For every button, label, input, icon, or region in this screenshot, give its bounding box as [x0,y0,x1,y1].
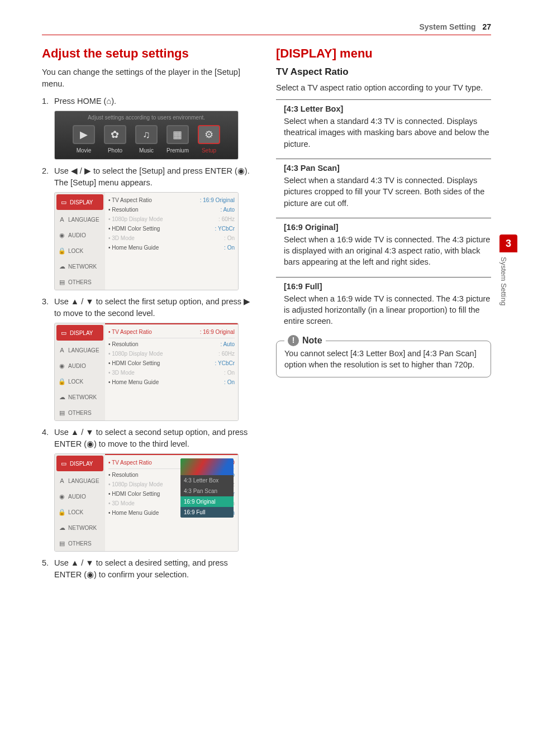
left-column: Adjust the setup settings You can change… [42,46,257,584]
header-section: System Setting [419,22,475,31]
audio-icon: ◉ [58,231,66,239]
shot1-banner: Adjust settings according to users envir… [55,111,238,125]
popup-item: 4:3 Pan Scan [180,486,234,496]
side-tab: 3 System Setting [499,235,517,324]
step-5-number: 5. [42,557,54,581]
screenshot-setup-menu: ▭DISPLAY ALANGUAGE ◉AUDIO 🔒LOCK ☁NETWORK… [54,192,239,290]
shot4-sidebar: ▭DISPLAY ALANGUAGE ◉AUDIO 🔒LOCK ☁NETWORK… [55,454,105,551]
sidebar-item-others: ▤OTHERS [55,535,105,551]
movie-icon: ▶ [73,125,95,144]
shot1-item-premium: ▦Premium [166,125,189,154]
audio-icon: ◉ [58,362,66,370]
others-icon: ▤ [58,278,66,286]
sidebar-item-display: ▭DISPLAY [56,456,103,471]
sidebar-item-display: ▭DISPLAY [56,194,103,210]
others-icon: ▤ [58,539,66,547]
sidebar-item-network: ☁NETWORK [55,389,105,405]
step-2: 2. Use ◀ / ▶ to select the [Setup] and p… [42,165,257,189]
audio-icon: ◉ [58,492,66,500]
step-3-number: 3. [42,296,54,319]
left-intro: You can change the settings of the playe… [42,66,257,90]
sidebar-item-lock: 🔒LOCK [55,504,105,520]
step-2-text: Use ◀ / ▶ to select the [Setup] and pres… [54,165,257,189]
popup-preview-image [180,458,234,475]
language-icon: A [58,216,66,223]
display-icon: ▭ [60,460,68,467]
enter-icon: ◉ [237,166,245,175]
popup-item: 16:9 Full [180,507,234,518]
step-3-text: Use ▲ / ▼ to select the first setup opti… [54,296,257,319]
right-column: [DISPLAY] menu TV Aspect Ratio Select a … [276,46,491,584]
sidebar-item-audio: ◉AUDIO [55,358,105,374]
step-5-text: Use ▲ / ▼ to select a desired setting, a… [54,557,257,581]
shot1-item-photo: ✿Photo [104,125,126,154]
option-title: [16:9 Original] [284,223,491,232]
home-icon: ⌂ [106,97,111,106]
left-heading: Adjust the setup settings [42,46,257,61]
option-169-original: [16:9 Original] Select when a 16:9 wide … [276,218,491,274]
option-desc: Select when a standard 4:3 TV is connect… [284,175,491,209]
step-1-number: 1. [42,95,54,107]
network-icon: ☁ [58,393,66,401]
lock-icon: 🔒 [58,377,66,385]
aspect-intro: Select a TV aspect ratio option accordin… [276,82,491,94]
sidebar-item-language: ALANGUAGE [55,473,105,489]
screenshot-setup-level3: ▭DISPLAY ALANGUAGE ◉AUDIO 🔒LOCK ☁NETWORK… [54,453,239,552]
right-arrow-icon: ▶ [244,297,250,306]
option-desc: Select when a 16:9 wide TV is connected.… [284,293,491,327]
sidebar-item-language: ALANGUAGE [55,342,105,358]
right-heading: [DISPLAY] menu [276,46,491,61]
premium-icon: ▦ [166,125,189,144]
display-icon: ▭ [60,329,68,337]
up-arrow-icon: ▲ [71,297,79,306]
setup-icon: ⚙ [198,125,220,144]
note-badge: ! Note [284,334,326,347]
right-arrow-icon: ▶ [84,166,91,175]
screenshot-setup-level2: ▭DISPLAY ALANGUAGE ◉AUDIO 🔒LOCK ☁NETWORK… [54,323,239,421]
shot4-popup: 4:3 Letter Box 4:3 Pan Scan 16:9 Origina… [180,458,234,518]
sidebar-item-audio: ◉AUDIO [55,227,105,243]
sidebar-item-others: ▤OTHERS [55,405,105,420]
music-icon: ♫ [135,125,158,144]
option-title: [4:3 Letter Box] [284,104,491,113]
sidebar-item-lock: 🔒LOCK [55,243,105,259]
others-icon: ▤ [58,409,66,417]
option-title: [16:9 Full] [284,282,491,291]
language-icon: A [58,346,66,354]
aspect-heading: TV Aspect Ratio [276,66,491,78]
option-desc: Select when a 16:9 wide TV is connected.… [284,234,491,268]
side-tab-number: 3 [499,235,517,252]
shot1-item-setup: ⚙Setup [198,125,220,154]
shot3-sidebar: ▭DISPLAY ALANGUAGE ◉AUDIO 🔒LOCK ☁NETWORK… [55,323,105,420]
step-2-number: 2. [42,165,54,189]
note-text: You cannot select [4:3 Letter Box] and [… [284,349,477,369]
photo-icon: ✿ [104,125,126,144]
step-1-text: Press HOME (⌂). [54,95,257,107]
step-3: 3. Use ▲ / ▼ to select the first setup o… [42,296,257,319]
up-arrow-icon: ▲ [71,428,79,437]
header-page-number: 27 [482,22,491,31]
sidebar-item-others: ▤OTHERS [55,274,105,290]
network-icon: ☁ [58,262,66,270]
step-4-text: Use ▲ / ▼ to select a second setup optio… [54,427,257,450]
step-5: 5. Use ▲ / ▼ to select a desired setting… [42,557,257,581]
side-tab-label: System Setting [499,257,508,324]
popup-item-selected: 16:9 Original [180,496,234,507]
down-arrow-icon: ▼ [85,558,93,567]
enter-icon: ◉ [87,570,94,579]
option-169-full: [16:9 Full] Select when a 16:9 wide TV i… [276,277,491,333]
sidebar-item-display: ▭DISPLAY [56,325,103,341]
network-icon: ☁ [58,524,66,532]
shot1-item-movie: ▶Movie [73,125,95,154]
up-arrow-icon: ▲ [71,558,79,567]
shot3-option-list: • TV Aspect Ratio: 16:9 Original • Resol… [105,323,238,420]
step-1: 1. Press HOME (⌂). [42,95,257,107]
note-box: ! Note You cannot select [4:3 Letter Box… [276,341,491,378]
shot2-option-list: • TV Aspect Ratio: 16:9 Original • Resol… [105,193,238,290]
left-arrow-icon: ◀ [71,166,78,175]
lock-icon: 🔒 [58,508,66,516]
option-title: [4:3 Pan Scan] [284,164,491,173]
option-desc: Select when a standard 4:3 TV is connect… [284,116,491,150]
note-label: Note [302,334,322,347]
language-icon: A [58,477,66,485]
